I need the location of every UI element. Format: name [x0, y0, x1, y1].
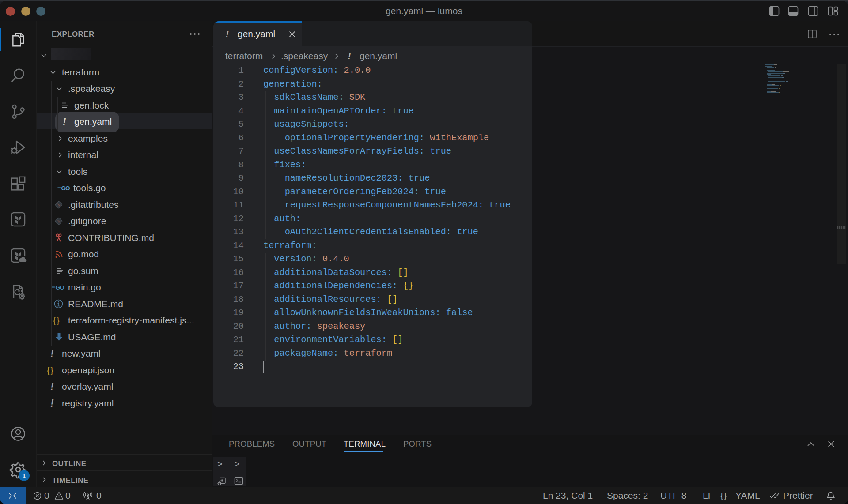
svg-text:GO: GO [56, 284, 64, 291]
svg-text:GO: GO [61, 185, 70, 192]
